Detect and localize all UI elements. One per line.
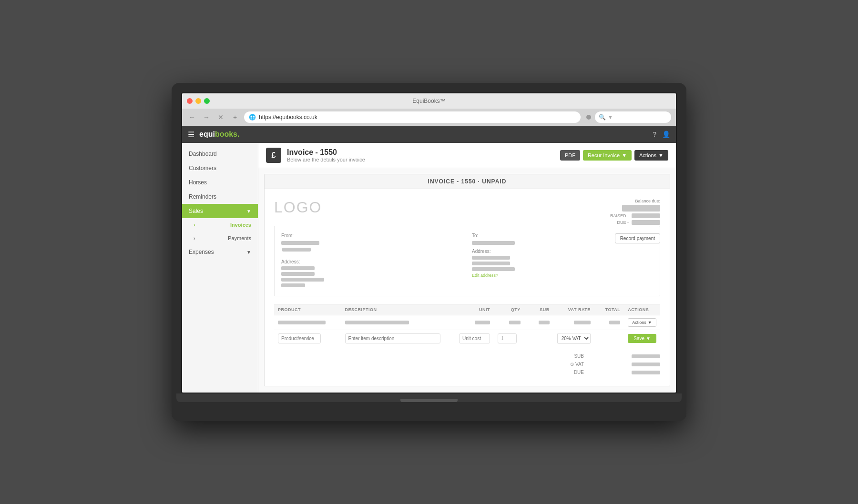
- col-unit: UNIT: [455, 304, 494, 315]
- sub-label: SUB: [555, 353, 584, 359]
- qty-cell: [509, 321, 521, 324]
- invoice-logo: LOGO: [274, 199, 660, 216]
- due-value: [632, 220, 660, 225]
- vat-label: ⊙ VAT: [555, 362, 584, 367]
- col-sub: SUB: [524, 304, 553, 315]
- pdf-button[interactable]: PDF: [560, 150, 580, 161]
- sidebar-arrow-icon: ›: [194, 222, 195, 228]
- from-address-3: [281, 278, 324, 282]
- vat-total-row: ⊙ VAT: [555, 360, 660, 368]
- from-column: From: Address:: [281, 233, 462, 289]
- sidebar-item-reminders[interactable]: Reminders: [182, 190, 258, 204]
- col-qty: QTY: [494, 304, 524, 315]
- col-actions: ACTIONS: [624, 304, 660, 315]
- page-title-group: Invoice - 1550 Below are the details you…: [287, 148, 365, 162]
- unit-cell: [475, 321, 490, 324]
- pound-icon: £: [266, 148, 281, 163]
- to-address-2: [472, 262, 510, 265]
- total-cell: [609, 321, 620, 324]
- app-logo: equibooks.: [199, 130, 239, 139]
- sidebar: Dashboard Customers Horses Reminders Sal…: [182, 143, 258, 393]
- page-title: Invoice - 1550: [287, 148, 365, 157]
- sub-value: [632, 354, 660, 358]
- search-bar[interactable]: 🔍 ▼: [595, 111, 671, 123]
- edit-address-link[interactable]: Edit address?: [472, 273, 653, 278]
- to-address-3: [472, 267, 515, 271]
- invoice-totals: SUB ⊙ VAT DUE: [274, 347, 660, 376]
- help-icon[interactable]: ?: [653, 131, 656, 138]
- invoice-due-row: DUE -: [610, 220, 660, 225]
- app-body: Dashboard Customers Horses Reminders Sal…: [182, 143, 676, 393]
- address-bar[interactable]: 🌐 https://equibooks.co.uk: [244, 111, 581, 123]
- laptop-screen: EquiBooks™ ← → ✕ + 🌐 https://equibooks.c…: [181, 92, 677, 393]
- add-row: 20% VAT 0% VAT Exempt: [274, 330, 660, 347]
- sidebar-item-expenses[interactable]: Expenses ▼: [182, 245, 258, 259]
- invoice-status-bar: INVOICE - 1550 · UNPAID: [265, 174, 670, 189]
- chevron-down-icon: ▼: [646, 336, 651, 341]
- totals-table: SUB ⊙ VAT DUE: [555, 352, 660, 376]
- recur-invoice-button[interactable]: Recur Invoice ▼: [583, 150, 632, 161]
- actions-button[interactable]: Actions ▼: [634, 150, 668, 161]
- invoice-raised-row: RAISED -: [610, 213, 660, 218]
- search-dropdown-icon[interactable]: ▼: [608, 114, 613, 120]
- chevron-down-icon: ▼: [622, 152, 627, 158]
- vat-rate-select[interactable]: 20% VAT 0% VAT Exempt: [557, 333, 591, 344]
- browser-window-controls: [187, 98, 210, 104]
- sub-total-row: SUB: [555, 352, 660, 360]
- app-container: ☰ equibooks. ? 👤 Dashboard: [182, 126, 676, 393]
- laptop-frame: EquiBooks™ ← → ✕ + 🌐 https://equibooks.c…: [172, 83, 686, 421]
- maximize-window-button[interactable]: [204, 98, 210, 104]
- sidebar-item-payments[interactable]: › Payments: [182, 232, 258, 245]
- to-name: [472, 241, 515, 245]
- product-input[interactable]: [278, 333, 321, 343]
- reload-icon: [586, 115, 591, 120]
- page-header-actions: PDF Recur Invoice ▼ Actions ▼: [560, 150, 668, 161]
- browser-toolbar: ← → ✕ + 🌐 https://equibooks.co.uk 🔍 ▼: [182, 109, 676, 126]
- unit-cost-input[interactable]: [459, 333, 490, 343]
- minimize-window-button[interactable]: [195, 98, 201, 104]
- balance-due-label: Balance due:: [610, 199, 660, 203]
- sidebar-item-label: Expenses: [189, 249, 214, 255]
- row-actions-button[interactable]: Actions ▼: [628, 318, 656, 327]
- save-line-item-button[interactable]: Save ▼: [628, 334, 656, 343]
- back-button[interactable]: ←: [187, 112, 197, 122]
- forward-button[interactable]: →: [201, 112, 212, 122]
- invoice-body: LOGO Balance due: RAISED - DUE: [265, 189, 670, 386]
- main-content: £ Invoice - 1550 Below are the details y…: [258, 143, 676, 393]
- sidebar-item-customers[interactable]: Customers: [182, 161, 258, 175]
- sidebar-item-label: Invoices: [230, 222, 251, 228]
- sidebar-item-horses[interactable]: Horses: [182, 175, 258, 190]
- user-icon[interactable]: 👤: [662, 131, 670, 138]
- table-row: Actions ▼: [274, 315, 660, 330]
- invoice-container: INVOICE - 1550 · UNPAID LOGO Balance due…: [264, 174, 670, 386]
- page-subtitle: Below are the details your invoice: [287, 157, 365, 162]
- sidebar-item-sales[interactable]: Sales ▼: [182, 204, 258, 218]
- new-tab-button[interactable]: +: [230, 112, 240, 122]
- page-header: £ Invoice - 1550 Below are the details y…: [258, 143, 676, 168]
- chevron-down-icon: ▼: [246, 250, 251, 255]
- record-payment-button[interactable]: Record payment: [615, 233, 660, 243]
- close-window-button[interactable]: [187, 98, 193, 104]
- vat-cell: [574, 321, 591, 324]
- from-name-2: [282, 248, 311, 252]
- to-address-1: [472, 256, 510, 260]
- from-address-1: [281, 266, 315, 270]
- from-label: From:: [281, 233, 462, 238]
- sidebar-item-label: Sales: [189, 208, 203, 214]
- from-address-4: [281, 283, 305, 287]
- close-tab-button[interactable]: ✕: [215, 112, 226, 122]
- sidebar-item-invoices[interactable]: › Invoices: [182, 218, 258, 232]
- table-header-row: PRODUCT DESCRIPTION UNIT QTY SUB VAT RAT…: [274, 304, 660, 315]
- sidebar-item-dashboard[interactable]: Dashboard: [182, 147, 258, 161]
- from-name-1: [281, 241, 319, 245]
- hamburger-menu-icon[interactable]: ☰: [188, 130, 194, 139]
- url-text: https://equibooks.co.uk: [259, 114, 317, 121]
- sidebar-item-label: Reminders: [189, 193, 216, 200]
- due-label: DUE: [555, 370, 584, 375]
- vat-value: [632, 363, 660, 366]
- qty-input[interactable]: [498, 333, 517, 343]
- laptop-base: [176, 393, 682, 402]
- sidebar-item-label: Customers: [189, 165, 216, 171]
- description-input[interactable]: [345, 333, 440, 343]
- invoice-line-items-table: PRODUCT DESCRIPTION UNIT QTY SUB VAT RAT…: [274, 304, 660, 347]
